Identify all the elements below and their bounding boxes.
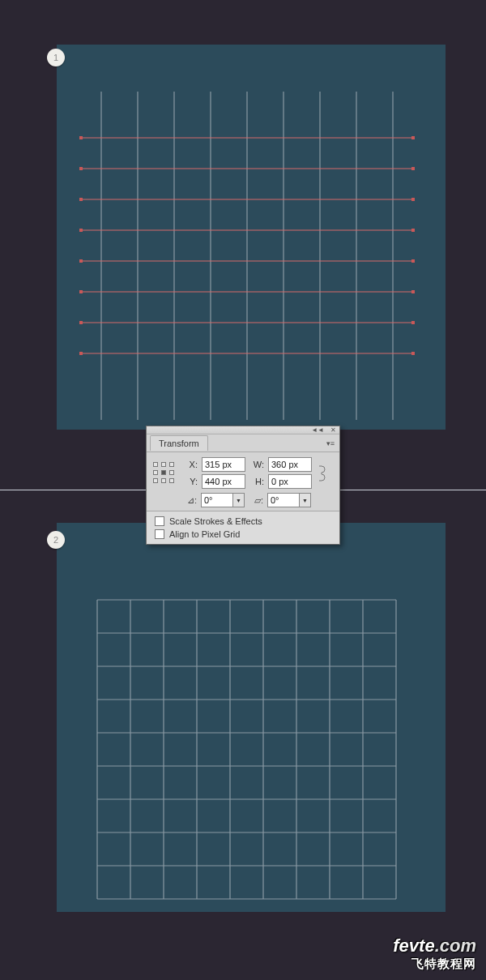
svg-rect-17 xyxy=(411,198,415,201)
grid-svg-1 xyxy=(57,45,446,430)
constrain-proportions-icon[interactable] xyxy=(316,462,329,485)
svg-rect-14 xyxy=(411,167,415,170)
panel-footer: Scale Strokes & Effects Align to Pixel G… xyxy=(147,511,339,544)
shear-dd-button[interactable]: ▼ xyxy=(300,493,311,507)
svg-rect-13 xyxy=(79,167,83,170)
rotate-icon: ⊿: xyxy=(182,495,197,506)
x-input[interactable] xyxy=(202,457,245,472)
svg-rect-11 xyxy=(411,136,415,139)
svg-rect-32 xyxy=(411,352,415,355)
shear-input[interactable] xyxy=(267,493,300,507)
w-label: W: xyxy=(249,460,264,469)
rotate-dropdown[interactable]: ▼ xyxy=(201,493,245,507)
x-label: X: xyxy=(183,460,198,469)
collapse-icon[interactable]: ◄◄ xyxy=(311,427,324,434)
watermark-cn: 飞特教程网 xyxy=(393,956,476,972)
h-input[interactable] xyxy=(268,474,312,489)
w-input[interactable] xyxy=(268,457,312,472)
svg-rect-19 xyxy=(79,229,83,232)
shear-dropdown[interactable]: ▼ xyxy=(267,493,311,507)
panel-menu-icon[interactable]: ▾≡ xyxy=(326,439,335,447)
step-number: 2 xyxy=(53,535,58,545)
svg-rect-23 xyxy=(411,259,415,263)
svg-rect-20 xyxy=(411,229,415,232)
svg-rect-10 xyxy=(79,136,83,139)
svg-rect-16 xyxy=(79,198,83,201)
svg-rect-31 xyxy=(79,352,83,355)
watermark: fevte.com 飞特教程网 xyxy=(393,935,476,972)
panel-tabs: Transform ▾≡ xyxy=(147,434,339,452)
step-badge-1: 1 xyxy=(47,49,65,66)
panel-body: X: W: Y: H: ⊿: ▼ xyxy=(147,452,339,511)
watermark-domain: .com xyxy=(435,935,476,956)
scale-strokes-checkbox[interactable] xyxy=(155,516,164,526)
svg-rect-28 xyxy=(79,321,83,324)
rotate-input[interactable] xyxy=(201,493,233,507)
align-pixel-checkbox[interactable] xyxy=(155,529,164,539)
svg-rect-26 xyxy=(411,290,415,293)
artboard-1[interactable] xyxy=(57,45,446,430)
reference-point-picker[interactable] xyxy=(153,462,176,485)
close-icon[interactable]: ✕ xyxy=(330,427,336,434)
artboard-2[interactable] xyxy=(57,523,446,912)
y-input[interactable] xyxy=(202,474,245,489)
scale-strokes-label: Scale Strokes & Effects xyxy=(169,516,262,526)
svg-rect-22 xyxy=(79,259,83,263)
step-badge-2: 2 xyxy=(47,531,65,549)
y-label: Y: xyxy=(183,477,198,486)
step-number: 1 xyxy=(53,53,58,62)
panel-titlebar[interactable]: ◄◄ ✕ xyxy=(147,426,339,434)
tab-label: Transform xyxy=(159,439,199,448)
svg-rect-29 xyxy=(411,321,415,324)
align-pixel-label: Align to Pixel Grid xyxy=(169,529,240,539)
grid-svg-2 xyxy=(57,523,446,912)
watermark-brand: fevte xyxy=(393,935,434,956)
tab-transform[interactable]: Transform xyxy=(150,435,208,451)
transform-panel[interactable]: ◄◄ ✕ Transform ▾≡ X: W: Y: xyxy=(146,426,340,545)
svg-rect-25 xyxy=(79,290,83,293)
h-label: H: xyxy=(249,477,264,486)
shear-icon: ▱: xyxy=(249,495,263,506)
rotate-dd-button[interactable]: ▼ xyxy=(233,493,245,507)
